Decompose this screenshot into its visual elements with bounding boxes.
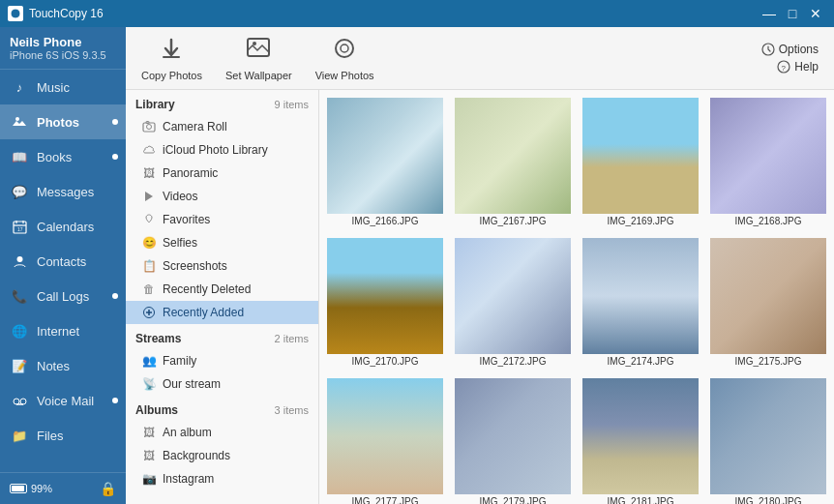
help-label: Help xyxy=(794,60,819,74)
sidebar-item-label: Files xyxy=(37,429,63,443)
sidebar-item-label: Music xyxy=(37,80,70,95)
an-album-item[interactable]: 🖼 An album xyxy=(126,421,318,444)
instagram-icon: 📷 xyxy=(141,471,157,487)
copy-photos-label: Copy Photos xyxy=(141,70,202,81)
sidebar-item-calendars[interactable]: 17 Calendars xyxy=(0,209,126,244)
selfies-item[interactable]: 😊 Selfies xyxy=(126,231,318,254)
sidebar-item-label: Contacts xyxy=(37,254,86,269)
screenshots-item[interactable]: 📋 Screenshots xyxy=(126,254,318,278)
set-wallpaper-icon xyxy=(245,35,272,68)
notification-dot xyxy=(112,398,118,403)
maximize-button[interactable]: □ xyxy=(782,5,803,22)
photo-grid: IMG_2166.JPG IMG_2167.JPG IMG_2169.JPG I… xyxy=(323,94,830,504)
books-icon: 📖 xyxy=(10,147,29,166)
photo-label: IMG_2169.JPG xyxy=(608,216,674,226)
notification-dot xyxy=(112,154,118,160)
svg-point-12 xyxy=(253,42,256,45)
minimize-button[interactable]: — xyxy=(759,5,780,22)
help-button[interactable]: ? Help xyxy=(777,60,819,74)
svg-text:?: ? xyxy=(782,64,787,73)
photo-cell[interactable]: IMG_2179.JPG xyxy=(451,374,575,504)
family-item[interactable]: 👥 Family xyxy=(126,349,318,372)
backgrounds-icon: 🖼 xyxy=(141,448,157,463)
photo-cell[interactable]: IMG_2174.JPG xyxy=(579,234,702,371)
photo-cell[interactable]: IMG_2180.JPG xyxy=(706,374,830,504)
sidebar-item-contacts[interactable]: Contacts xyxy=(0,244,126,279)
close-button[interactable]: ✕ xyxy=(805,5,826,22)
videos-item[interactable]: Videos xyxy=(126,185,318,208)
photo-thumbnail xyxy=(710,378,826,494)
photo-thumbnail xyxy=(455,98,571,214)
sidebar-item-label: Books xyxy=(37,150,72,164)
photo-label: IMG_2179.JPG xyxy=(480,496,547,504)
photos-icon xyxy=(10,112,29,132)
photo-label: IMG_2177.JPG xyxy=(352,496,419,504)
photo-label: IMG_2181.JPG xyxy=(608,496,674,504)
sidebar-item-call-logs[interactable]: 📞 Call Logs xyxy=(0,279,126,313)
photo-label: IMG_2166.JPG xyxy=(352,216,419,226)
photo-cell[interactable]: IMG_2177.JPG xyxy=(323,374,447,504)
sidebar-item-messages[interactable]: 💬 Messages xyxy=(0,174,126,209)
library-count: 9 items xyxy=(275,99,309,110)
recently-added-item[interactable]: Recently Added xyxy=(126,301,318,324)
sidebar-item-internet[interactable]: 🌐 Internet xyxy=(0,313,126,348)
photo-cell[interactable]: IMG_2168.JPG xyxy=(706,94,830,230)
photo-cell[interactable]: IMG_2167.JPG xyxy=(451,94,575,230)
photo-thumbnail xyxy=(327,98,443,214)
view-photos-icon xyxy=(331,35,358,68)
device-model: iPhone 6S iOS 9.3.5 xyxy=(10,49,116,61)
our-stream-item[interactable]: 📡 Our stream xyxy=(126,372,318,396)
svg-point-9 xyxy=(20,399,26,404)
albums-section-header: Albums 3 items xyxy=(126,396,318,421)
notification-dot xyxy=(112,119,118,125)
svg-marker-21 xyxy=(145,192,153,201)
camera-roll-icon xyxy=(141,119,157,134)
set-wallpaper-button[interactable]: Set Wallpaper xyxy=(225,35,292,81)
copy-photos-button[interactable]: Copy Photos xyxy=(141,35,202,81)
library-section-header: Library 9 items xyxy=(126,90,318,115)
svg-point-19 xyxy=(147,125,152,130)
photo-thumbnail xyxy=(582,98,699,214)
backgrounds-item[interactable]: 🖼 Backgrounds xyxy=(126,444,318,467)
sidebar-item-label: Voice Mail xyxy=(37,394,94,408)
files-icon: 📁 xyxy=(10,426,29,445)
sidebar-item-label: Messages xyxy=(37,185,94,199)
sidebar-item-notes[interactable]: 📝 Notes xyxy=(0,348,126,383)
sidebar-item-music[interactable]: ♪ Music xyxy=(0,70,126,104)
options-label: Options xyxy=(779,43,819,56)
photo-cell[interactable]: IMG_2172.JPG xyxy=(451,234,575,371)
set-wallpaper-label: Set Wallpaper xyxy=(225,70,292,81)
call-logs-icon: 📞 xyxy=(10,286,29,306)
photo-cell[interactable]: IMG_2181.JPG xyxy=(579,374,702,504)
photo-grid-container: IMG_2166.JPG IMG_2167.JPG IMG_2169.JPG I… xyxy=(319,90,834,504)
library-panel: Library 9 items Camera Roll iCloud Photo… xyxy=(126,90,319,504)
view-photos-button[interactable]: View Photos xyxy=(315,35,374,81)
camera-roll-item[interactable]: Camera Roll xyxy=(126,115,318,138)
albums-label: Albums xyxy=(135,403,178,417)
device-name: Neils Phone xyxy=(10,35,116,49)
photo-cell[interactable]: IMG_2166.JPG xyxy=(323,94,447,230)
favorites-item[interactable]: Favorites xyxy=(126,208,318,231)
sidebar-item-books[interactable]: 📖 Books xyxy=(0,139,126,174)
streams-count: 2 items xyxy=(275,333,309,344)
sidebar-item-photos[interactable]: Photos xyxy=(0,104,126,139)
window-controls: — □ ✕ xyxy=(759,5,826,22)
sidebar-item-voice-mail[interactable]: Voice Mail xyxy=(0,383,126,418)
messages-icon: 💬 xyxy=(10,182,29,201)
voice-mail-icon xyxy=(10,391,29,410)
sidebar-item-files[interactable]: 📁 Files xyxy=(0,418,126,453)
photo-thumbnail xyxy=(582,378,699,494)
recently-deleted-item[interactable]: 🗑 Recently Deleted xyxy=(126,278,318,301)
icloud-item[interactable]: iCloud Photo Library xyxy=(126,138,318,162)
options-button[interactable]: Options xyxy=(761,43,819,56)
svg-point-14 xyxy=(341,44,348,52)
panoramic-item[interactable]: 🖼 Panoramic xyxy=(126,162,318,185)
family-icon: 👥 xyxy=(141,353,157,369)
photo-label: IMG_2172.JPG xyxy=(480,356,547,367)
sidebar-item-label: Calendars xyxy=(37,220,94,234)
photo-thumbnail xyxy=(582,238,699,354)
instagram-item[interactable]: 📷 Instagram xyxy=(126,467,318,490)
photo-cell[interactable]: IMG_2169.JPG xyxy=(579,94,702,230)
photo-cell[interactable]: IMG_2170.JPG xyxy=(323,234,447,371)
photo-cell[interactable]: IMG_2175.JPG xyxy=(706,234,830,371)
